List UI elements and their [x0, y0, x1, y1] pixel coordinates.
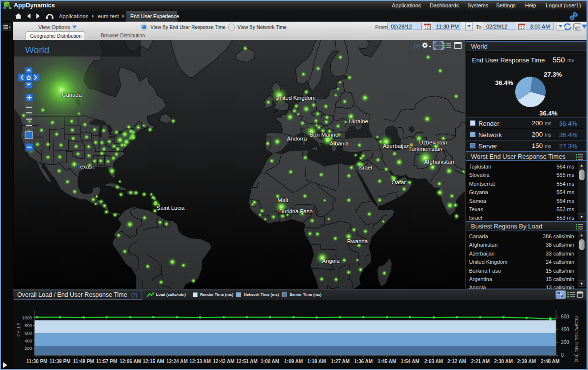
svg-text:1:27 AM: 1:27 AM — [331, 359, 350, 364]
svg-text:Canada: Canada — [62, 92, 82, 98]
svg-text:Qatar: Qatar — [392, 179, 406, 185]
svg-text:600: 600 — [561, 314, 569, 319]
svg-text:United Kingdom: United Kingdom — [275, 95, 316, 101]
svg-text:Texas: Texas — [77, 164, 92, 170]
svg-text:2:30 AM: 2:30 AM — [494, 359, 513, 364]
svg-text:400: 400 — [25, 339, 32, 343]
svg-text:2:12 AM: 2:12 AM — [447, 359, 466, 364]
svg-text:12:33 AM: 12:33 AM — [189, 359, 211, 364]
svg-text:12:15 AM: 12:15 AM — [143, 359, 164, 364]
svg-text:(?): (?) — [413, 43, 420, 49]
svg-text:Turkmenistan: Turkmenistan — [408, 146, 442, 152]
svg-text:Burkina Faso: Burkina Faso — [279, 208, 313, 214]
svg-text:1:18 AM: 1:18 AM — [307, 359, 326, 364]
svg-text:San Marino: San Marino — [310, 132, 339, 138]
svg-text:CALLS: CALLS — [16, 322, 21, 337]
svg-text:1000: 1000 — [22, 315, 32, 320]
svg-text:2:48 AM: 2:48 AM — [541, 359, 559, 364]
svg-text:1:36 AM: 1:36 AM — [354, 359, 373, 364]
svg-text:12:06 AM: 12:06 AM — [119, 359, 141, 364]
svg-text:1:54 AM: 1:54 AM — [401, 359, 419, 364]
svg-text:Mali: Mali — [277, 197, 288, 203]
svg-text:11:48 PM: 11:48 PM — [73, 359, 94, 364]
svg-text:Andorra: Andorra — [287, 136, 308, 142]
svg-text:2:39 AM: 2:39 AM — [517, 359, 536, 364]
svg-text:Rwanda: Rwanda — [347, 238, 368, 244]
svg-text:11:30 PM: 11:30 PM — [27, 359, 48, 364]
svg-text:0: 0 — [561, 352, 564, 358]
svg-text:400: 400 — [561, 327, 569, 332]
svg-text:2:21 AM: 2:21 AM — [471, 359, 490, 364]
svg-text:1:09 AM: 1:09 AM — [284, 359, 303, 364]
svg-text:Ukraine: Ukraine — [349, 118, 368, 124]
svg-text:Uzbekistan: Uzbekistan — [419, 140, 447, 145]
svg-text:200: 200 — [561, 340, 569, 345]
svg-text:12:42 AM: 12:42 AM — [213, 359, 235, 364]
svg-text:200: 200 — [25, 346, 32, 351]
svg-text:Afghanistan: Afghanistan — [424, 159, 454, 165]
svg-text:800: 800 — [25, 323, 32, 328]
svg-text:1:00 AM: 1:00 AM — [261, 359, 279, 364]
svg-text:600: 600 — [25, 331, 32, 336]
svg-text:12:51 AM: 12:51 AM — [236, 359, 258, 364]
svg-text:27.3%: 27.3% — [544, 71, 562, 78]
svg-text:Albania: Albania — [330, 141, 349, 146]
svg-text:Azerbaijan: Azerbaijan — [383, 143, 410, 149]
svg-text:36.4%: 36.4% — [539, 110, 558, 117]
svg-text:36.4%: 36.4% — [495, 79, 513, 86]
svg-text:Angola: Angola — [322, 258, 340, 264]
svg-text:RESPONSE TIME (ms): RESPONSE TIME (ms) — [574, 316, 579, 362]
svg-text:11:57 PM: 11:57 PM — [96, 359, 118, 364]
svg-text:Israel: Israel — [358, 165, 372, 171]
svg-text:2:03 AM: 2:03 AM — [424, 359, 443, 364]
svg-text:World: World — [25, 45, 49, 55]
svg-text:11:39 PM: 11:39 PM — [50, 359, 71, 364]
svg-text:12:24 AM: 12:24 AM — [166, 359, 188, 364]
svg-text:Saint Lucia: Saint Lucia — [157, 205, 185, 211]
svg-text:1:45 AM: 1:45 AM — [378, 359, 396, 364]
